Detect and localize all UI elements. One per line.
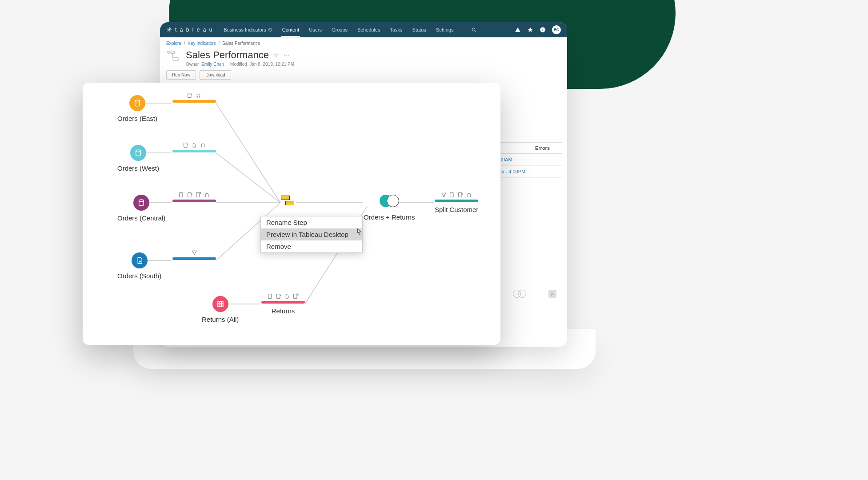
clean-icon (204, 192, 210, 198)
clean-step-returns[interactable]: Returns (261, 293, 305, 315)
context-menu: Rename Step Preview in Tableau Desktop R… (260, 216, 363, 253)
clean-step-south[interactable] (172, 250, 216, 260)
clean-step-west[interactable] (172, 142, 216, 152)
clean-step-east[interactable] (172, 92, 216, 103)
page-header: Sales Performance ☆ ⋯ Owner Emily Chen M… (160, 48, 567, 70)
svg-rect-45 (277, 294, 280, 299)
input-node-orders-east[interactable]: Orders (East) (117, 95, 157, 122)
rename-icon (268, 293, 273, 299)
tableau-wordmark: t a b l e a u (175, 27, 213, 33)
svg-rect-30 (218, 301, 223, 307)
database-icon (130, 145, 146, 161)
nav-settings[interactable]: Settings (435, 27, 455, 32)
favorites-icon[interactable] (527, 27, 533, 33)
modified-value: Jan 8, 2019, 12:21 PM (249, 62, 294, 67)
ctx-preview-desktop[interactable]: Preview in Tableau Desktop (261, 228, 362, 240)
union-node[interactable] (281, 196, 295, 207)
favorite-toggle-icon[interactable]: ☆ (273, 52, 279, 59)
info-icon[interactable]: i (540, 27, 546, 33)
union-icon (281, 196, 295, 207)
tableau-logo-icon (166, 27, 172, 33)
svg-point-5 (472, 28, 475, 31)
svg-point-4 (268, 28, 272, 32)
clean-step-central[interactable] (172, 192, 216, 202)
page-title: Sales Performance ☆ ⋯ (186, 49, 294, 61)
svg-rect-12 (173, 58, 178, 61)
flow-canvas[interactable]: Orders (East) Orders (West) Orders (Cent… (83, 83, 500, 345)
svg-rect-40 (188, 193, 191, 197)
venn-icon (380, 195, 399, 207)
top-nav: t a b l e a u Business Indicators Conten… (160, 22, 567, 37)
remove-icon (276, 293, 282, 299)
svg-line-18 (216, 103, 280, 203)
svg-rect-50 (459, 193, 462, 197)
svg-line-19 (216, 153, 280, 203)
ctx-remove[interactable]: Remove (261, 240, 362, 252)
chevron-down-icon (268, 28, 272, 32)
clean-icon (196, 92, 201, 98)
edit-icon (293, 293, 299, 299)
filter-icon (192, 250, 197, 256)
rename-icon (183, 142, 189, 148)
breadcrumb: Explore / Key Indicators / Sales Perform… (160, 37, 567, 48)
user-avatar[interactable]: EC (552, 25, 561, 34)
more-actions-icon[interactable]: ⋯ (284, 52, 290, 59)
search-icon[interactable] (471, 27, 477, 33)
database-icon (129, 95, 145, 111)
owner-label: Owner (186, 62, 199, 67)
input-node-orders-central[interactable]: Orders (Central) (117, 195, 165, 222)
cursor-pointer-icon (354, 228, 364, 237)
mini-flow-preview: ▷ (513, 290, 556, 298)
tableau-logo[interactable]: t a b l e a u (166, 27, 213, 33)
crumb-explore[interactable]: Explore (166, 41, 181, 46)
rename-icon (187, 92, 193, 98)
input-node-orders-west[interactable]: Orders (West) (117, 145, 159, 172)
svg-point-26 (136, 150, 141, 152)
nav-users[interactable]: Users (308, 27, 323, 32)
owner-link[interactable]: Emily Chen (201, 62, 224, 67)
join-node-orders-returns[interactable]: Orders + Returns (364, 195, 415, 221)
svg-rect-49 (450, 193, 453, 197)
database-icon (133, 195, 149, 211)
file-add-icon (132, 252, 148, 268)
svg-rect-48 (294, 294, 297, 299)
ctx-rename-step[interactable]: Rename Step (261, 216, 362, 228)
svg-rect-38 (184, 143, 187, 148)
nav-content[interactable]: Content (281, 27, 300, 37)
edit-icon (196, 192, 201, 198)
svg-line-6 (475, 31, 476, 32)
attachment-icon (192, 142, 197, 148)
nav-schedules[interactable]: Schedules (356, 27, 381, 32)
remove-icon (187, 192, 193, 198)
run-now-button[interactable]: Run Now (166, 70, 196, 80)
rename-icon (179, 192, 184, 198)
svg-rect-39 (180, 193, 183, 197)
crumb-current: Sales Performance (222, 41, 260, 46)
svg-point-27 (139, 200, 144, 202)
attachment-icon (284, 293, 290, 299)
input-node-orders-south[interactable]: Orders (South) (117, 252, 161, 280)
svg-rect-44 (268, 294, 272, 299)
rename-icon (449, 192, 455, 198)
flow-type-icon (166, 49, 181, 64)
svg-rect-35 (188, 93, 191, 98)
alert-icon[interactable] (515, 27, 521, 33)
output-step-split-customer[interactable]: Split Customer (435, 192, 478, 213)
table-icon (212, 296, 228, 312)
clean-icon (200, 142, 206, 148)
svg-rect-43 (196, 193, 200, 197)
site-selector[interactable]: Business Indicators (223, 27, 273, 32)
col-errors[interactable]: Errors (535, 145, 562, 151)
input-node-returns-all[interactable]: Returns (All) (202, 296, 239, 323)
clean-icon (466, 192, 472, 198)
nav-tasks[interactable]: Tasks (389, 27, 403, 32)
svg-point-9 (168, 51, 170, 53)
filter-icon (441, 192, 447, 198)
nav-groups[interactable]: Groups (331, 27, 348, 32)
download-button[interactable]: Download (200, 70, 231, 80)
nav-status[interactable]: Status (412, 27, 427, 32)
remove-icon (458, 192, 464, 198)
svg-rect-10 (171, 51, 175, 53)
crumb-key-indicators[interactable]: Key Indicators (188, 41, 216, 46)
svg-point-25 (135, 100, 140, 102)
